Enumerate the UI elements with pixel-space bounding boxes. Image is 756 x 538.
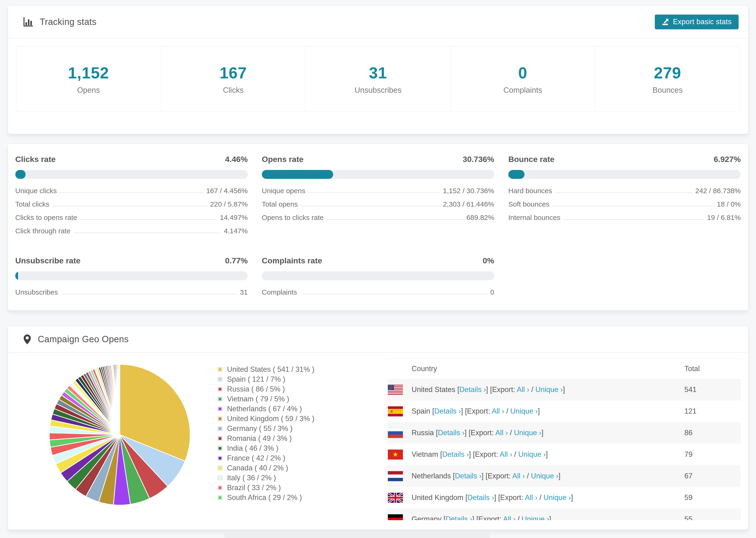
export-all-link[interactable]: All › [500, 450, 512, 458]
stat-label: Bounces [652, 86, 682, 95]
export-basic-stats-button[interactable]: Export basic stats [655, 15, 739, 29]
rates-grid: Clicks rate 4.46% Unique clicks167 / 4.4… [8, 144, 748, 296]
details-link[interactable]: Details › [438, 429, 465, 437]
rate-stat-row: Total opens2,303 / 61.446% [262, 200, 494, 208]
table-row: Germany [Details ›] [Export: All › / Uni… [387, 509, 741, 520]
legend-item: Netherlands ( 67 / 4% ) [218, 404, 364, 414]
summary-stat-opens: 1,152Opens [16, 46, 161, 112]
details-link[interactable]: Details › [467, 493, 494, 502]
legend-swatch [218, 397, 222, 402]
flag-es-icon [388, 406, 403, 416]
flag-nl-icon [388, 471, 403, 481]
rates-card: Clicks rate 4.46% Unique clicks167 / 4.4… [8, 144, 748, 310]
stat-value: 0 [518, 64, 527, 82]
export-unique-link[interactable]: Unique › [544, 493, 571, 502]
geo-table-header: Country Total [387, 358, 741, 379]
flag-vn-icon [388, 450, 403, 459]
legend-item: Romania ( 49 / 3% ) [218, 434, 364, 443]
legend-label: France ( 42 / 2% ) [227, 454, 285, 462]
country-name: Russia [411, 429, 434, 437]
export-all-link[interactable]: All › [512, 472, 525, 480]
stat-label: Complaints [503, 86, 542, 95]
export-all-link[interactable]: All › [503, 515, 515, 520]
geo-pie-chart [47, 362, 192, 507]
clicks-rate-block: Clicks rate 4.46% Unique clicks167 / 4.4… [15, 155, 248, 235]
country-cell: United States [Details ›] [Export: All ›… [411, 385, 684, 394]
rate-stat-row: Complaints0 [262, 288, 494, 296]
rate-stat-row: Internal bounces19 / 6.81% [508, 214, 741, 222]
legend-label: United Kingdom ( 59 / 3% ) [227, 414, 314, 423]
legend-item: Canada ( 40 / 2% ) [218, 463, 364, 473]
geo-title: Campaign Geo Opens [38, 334, 129, 344]
complaints-rate-progressbar [262, 271, 494, 280]
export-unique-link[interactable]: Unique › [510, 407, 538, 415]
total-cell: 79 [684, 450, 741, 459]
rate-row-value: 689.82% [466, 214, 494, 222]
flag-us-icon [388, 385, 403, 395]
legend-label: Russia ( 86 / 5% ) [227, 385, 285, 394]
dotted-leader [327, 219, 463, 220]
legend-swatch [218, 446, 222, 451]
rate-row-value: 4.147% [224, 227, 248, 235]
details-link[interactable]: Details › [459, 385, 486, 394]
legend-item: Italy ( 36 / 2% ) [218, 473, 364, 483]
export-all-link[interactable]: All › [492, 407, 504, 415]
rate-row-label: Total opens [262, 200, 298, 208]
country-name: Netherlands [411, 472, 451, 480]
rate-row-label: Unique clicks [15, 187, 57, 195]
geo-header: Campaign Geo Opens [8, 326, 748, 353]
map-pin-icon [23, 334, 32, 345]
table-row: Netherlands [Details ›] [Export: All › /… [387, 465, 741, 487]
details-link[interactable]: Details › [446, 515, 472, 520]
details-link[interactable]: Details › [442, 450, 469, 458]
export-unique-link[interactable]: Unique › [522, 515, 549, 520]
rate-stat-row: Opens to clicks rate689.82% [262, 214, 494, 222]
unsubscribe-rate-progressbar [15, 271, 248, 280]
export-unique-link[interactable]: Unique › [531, 472, 558, 480]
total-cell: 541 [684, 385, 741, 394]
export-all-link[interactable]: All › [495, 429, 508, 437]
export-all-link[interactable]: All › [517, 385, 529, 394]
stat-value: 279 [654, 64, 681, 82]
legend-label: Italy ( 36 / 2% ) [227, 474, 276, 482]
complaints-rate-value: 0% [483, 256, 494, 265]
flag-gb-icon [388, 493, 403, 503]
clicks-rate-value: 4.46% [225, 155, 248, 164]
rate-row-label: Soft bounces [508, 200, 549, 208]
rate-row-label: Complaints [262, 288, 297, 296]
export-all-link[interactable]: All › [525, 493, 537, 502]
rate-row-value: 167 / 4.456% [206, 187, 248, 195]
legend-label: South Africa ( 29 / 2% ) [227, 493, 302, 502]
country-name: Vietnam [411, 450, 438, 458]
export-unique-link[interactable]: Unique › [535, 385, 563, 394]
details-link[interactable]: Details › [455, 472, 482, 480]
country-name: Spain [411, 407, 430, 415]
bar-chart-icon [23, 17, 33, 27]
legend-swatch [218, 387, 222, 392]
legend-item: Russia ( 86 / 5% ) [218, 384, 364, 394]
legend-swatch [218, 406, 222, 411]
next-section-peek [224, 532, 490, 538]
opens-rate-title: Opens rate [262, 155, 303, 164]
stat-value: 167 [220, 64, 247, 82]
rate-row-value: 31 [240, 288, 248, 296]
rate-stat-row: Unsubscribes31 [15, 288, 248, 296]
details-link[interactable]: Details › [434, 407, 461, 415]
rate-row-value: 2,303 / 61.446% [443, 200, 494, 208]
legend-swatch [218, 367, 222, 372]
legend-swatch [218, 466, 222, 470]
legend-swatch [218, 377, 222, 382]
legend-swatch [218, 485, 222, 490]
rate-row-label: Clicks to opens rate [15, 214, 77, 222]
bounce-rate-title: Bounce rate [508, 155, 555, 164]
opens-rate-progressbar [262, 170, 494, 179]
rate-stat-row: Hard bounces242 / 86.738% [508, 187, 741, 195]
total-column-header: Total [684, 364, 741, 373]
table-row: Russia [Details ›] [Export: All › / Uniq… [387, 422, 741, 444]
dotted-leader [74, 233, 220, 233]
clicks-rate-title: Clicks rate [15, 155, 56, 164]
export-unique-link[interactable]: Unique › [518, 450, 546, 458]
export-unique-link[interactable]: Unique › [514, 429, 541, 437]
flag-de-icon [388, 514, 403, 520]
dotted-leader [53, 206, 207, 206]
